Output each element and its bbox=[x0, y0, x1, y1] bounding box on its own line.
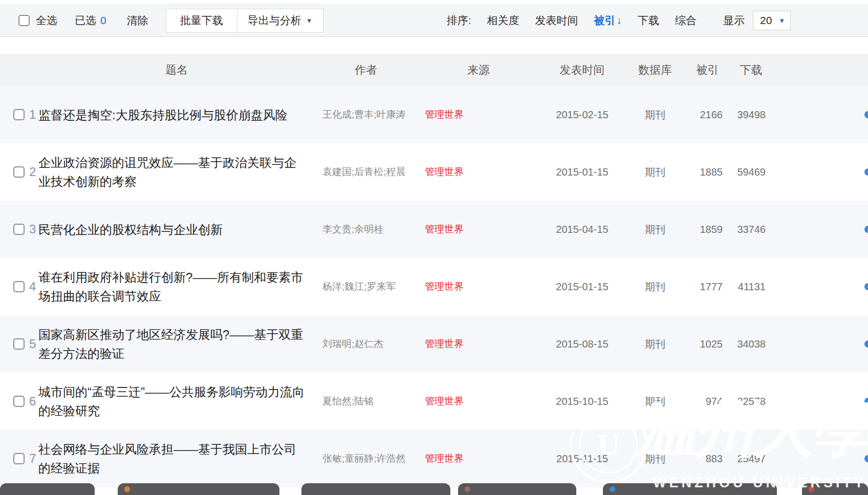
clear-selection-button[interactable]: 清除 bbox=[127, 13, 148, 28]
row-action-icon-fragment[interactable] bbox=[864, 398, 868, 405]
shelf-tab[interactable] bbox=[802, 483, 868, 495]
paper-database: 期刊 bbox=[624, 86, 686, 143]
shelf-tab[interactable] bbox=[603, 483, 777, 495]
paper-title-link[interactable]: 国家高新区推动了地区经济发展吗?——基于双重差分方法的验证 bbox=[38, 315, 315, 373]
paper-database: 期刊 bbox=[624, 143, 686, 201]
paper-source-link[interactable]: 管理世界 bbox=[417, 201, 540, 258]
row-checkbox[interactable] bbox=[13, 224, 25, 235]
paper-cited-count: 1859 bbox=[686, 201, 729, 258]
page-size-select[interactable]: 20 ▼ bbox=[753, 11, 791, 30]
row-index: 2 bbox=[29, 165, 36, 179]
paper-source-link[interactable]: 管理世界 bbox=[417, 315, 540, 373]
paper-title-link[interactable]: 城市间的“孟母三迁”——公共服务影响劳动力流向的经验研究 bbox=[38, 373, 315, 430]
shelf-tab[interactable] bbox=[118, 483, 279, 495]
paper-source-link[interactable]: 管理世界 bbox=[417, 258, 540, 315]
paper-authors-link[interactable]: 王化成;曹丰;叶康涛 bbox=[315, 86, 417, 143]
shelf-tab[interactable] bbox=[458, 483, 576, 495]
paper-authors-link[interactable]: 张敏;童丽静;许浩然 bbox=[315, 430, 417, 487]
results-toolbar: 全选 已选 0 清除 批量下载 导出与分析 ▼ 排序: 相关度 发表时间 被引 … bbox=[0, 4, 868, 37]
row-index: 1 bbox=[29, 107, 36, 122]
row-action-icon-fragment[interactable] bbox=[864, 455, 868, 462]
table-row: 3 民营化企业的股权结构与企业创新 李文贵;余明桂 管理世界 2015-04-1… bbox=[0, 201, 868, 258]
export-analyze-button[interactable]: 导出与分析 ▼ bbox=[237, 9, 323, 33]
sort-option-comprehensive[interactable]: 综合 bbox=[675, 13, 697, 28]
paper-database: 期刊 bbox=[624, 430, 686, 487]
row-checkbox[interactable] bbox=[13, 453, 25, 464]
row-action-icon-fragment[interactable] bbox=[864, 340, 868, 348]
sort-desc-arrow-icon: ↓ bbox=[617, 14, 622, 27]
paper-publish-date: 2015-01-15 bbox=[540, 258, 624, 315]
sort-option-publish-date[interactable]: 发表时间 bbox=[535, 13, 578, 28]
paper-title-link[interactable]: 民营化企业的股权结构与企业创新 bbox=[38, 201, 315, 258]
paper-database: 期刊 bbox=[624, 373, 686, 430]
favicon-dot-icon bbox=[610, 486, 615, 492]
paper-title-link[interactable]: 社会网络与企业风险承担——基于我国上市公司的经验证据 bbox=[38, 430, 315, 487]
row-index: 6 bbox=[29, 394, 36, 408]
paper-authors-link[interactable]: 刘瑞明;赵仁杰 bbox=[315, 315, 417, 373]
sort-option-relevance[interactable]: 相关度 bbox=[487, 13, 519, 28]
shelf-tab[interactable] bbox=[0, 483, 95, 495]
display-label: 显示 bbox=[723, 13, 745, 28]
sort-label: 排序: bbox=[447, 13, 471, 28]
column-header-title: 题名 bbox=[38, 62, 315, 78]
paper-download-count: 41131 bbox=[729, 258, 773, 315]
page-size-group: 显示 20 ▼ bbox=[723, 11, 791, 30]
select-all-checkbox[interactable] bbox=[18, 15, 30, 26]
toolbar-button-group: 批量下载 导出与分析 ▼ bbox=[166, 9, 323, 33]
paper-download-count: 33746 bbox=[729, 201, 773, 258]
paper-cited-count: 1025 bbox=[686, 315, 729, 373]
row-checkbox[interactable] bbox=[13, 338, 25, 350]
paper-authors-link[interactable]: 李文贵;余明桂 bbox=[315, 201, 417, 258]
paper-cited-count: 1777 bbox=[686, 258, 729, 315]
chevron-down-icon: ▼ bbox=[306, 17, 313, 25]
row-checkbox[interactable] bbox=[13, 166, 25, 178]
page-size-value: 20 bbox=[760, 14, 772, 27]
paper-title-link[interactable]: 企业政治资源的诅咒效应——基于政治关联与企业技术创新的考察 bbox=[38, 143, 315, 201]
paper-download-count: 25497 bbox=[729, 430, 773, 487]
paper-download-count: 59469 bbox=[729, 143, 773, 201]
paper-title-link[interactable]: 谁在利用政府补贴进行创新?——所有制和要素市场扭曲的联合调节效应 bbox=[38, 258, 315, 315]
row-action-icon-fragment[interactable] bbox=[864, 168, 868, 176]
favicon-dot-icon bbox=[465, 486, 470, 492]
paper-publish-date: 2015-11-15 bbox=[540, 430, 624, 487]
row-action-icon-fragment[interactable] bbox=[864, 283, 868, 290]
paper-source-link[interactable]: 管理世界 bbox=[417, 86, 540, 143]
paper-authors-link[interactable]: 夏怡然;陆铭 bbox=[315, 373, 417, 430]
row-checkbox[interactable] bbox=[13, 281, 25, 292]
select-all-label[interactable]: 全选 bbox=[36, 13, 57, 28]
column-header-database: 数据库 bbox=[624, 62, 686, 78]
results-table-header: 题名 作者 来源 发表时间 数据库 被引 下载 bbox=[0, 54, 868, 86]
paper-publish-date: 2015-08-15 bbox=[540, 315, 624, 373]
paper-database: 期刊 bbox=[624, 201, 686, 258]
paper-publish-date: 2015-10-15 bbox=[540, 373, 624, 430]
paper-database: 期刊 bbox=[624, 258, 686, 315]
batch-download-button[interactable]: 批量下载 bbox=[166, 9, 237, 33]
table-row: 6 城市间的“孟母三迁”——公共服务影响劳动力流向的经验研究 夏怡然;陆铭 管理… bbox=[0, 373, 868, 430]
shelf-tab[interactable] bbox=[301, 483, 450, 495]
row-action-icon-fragment[interactable] bbox=[864, 111, 868, 118]
paper-title-link[interactable]: 监督还是掏空:大股东持股比例与股价崩盘风险 bbox=[38, 86, 315, 143]
paper-download-count: 39498 bbox=[729, 86, 773, 143]
table-row: 4 谁在利用政府补贴进行创新?——所有制和要素市场扭曲的联合调节效应 杨洋;魏江… bbox=[0, 258, 868, 315]
paper-source-link[interactable]: 管理世界 bbox=[417, 373, 540, 430]
paper-cited-count: 1885 bbox=[686, 143, 729, 201]
paper-authors-link[interactable]: 杨洋;魏江;罗来军 bbox=[315, 258, 417, 315]
row-action-icon-fragment[interactable] bbox=[864, 226, 868, 233]
paper-source-link[interactable]: 管理世界 bbox=[417, 430, 540, 487]
paper-download-count: 34038 bbox=[729, 315, 773, 373]
sort-option-downloads[interactable]: 下载 bbox=[638, 13, 659, 28]
paper-source-link[interactable]: 管理世界 bbox=[417, 143, 540, 201]
column-header-downloads: 下载 bbox=[729, 62, 773, 78]
table-row: 7 社会网络与企业风险承担——基于我国上市公司的经验证据 张敏;童丽静;许浩然 … bbox=[0, 430, 868, 487]
sort-bar: 排序: 相关度 发表时间 被引 ↓ 下载 综合 bbox=[447, 13, 697, 28]
column-header-date: 发表时间 bbox=[540, 62, 624, 78]
paper-authors-link[interactable]: 袁建国;后青松;程晨 bbox=[315, 143, 417, 201]
table-row: 1 监督还是掏空:大股东持股比例与股价崩盘风险 王化成;曹丰;叶康涛 管理世界 … bbox=[0, 86, 868, 143]
row-checkbox[interactable] bbox=[13, 109, 25, 120]
row-checkbox[interactable] bbox=[13, 396, 25, 407]
row-index: 5 bbox=[29, 337, 36, 351]
column-header-authors: 作者 bbox=[315, 62, 417, 78]
sort-option-cited[interactable]: 被引 ↓ bbox=[594, 13, 622, 28]
results-table: 题名 作者 来源 发表时间 数据库 被引 下载 1 监督还是掏空:大股东持股比例… bbox=[0, 54, 868, 487]
table-row: 2 企业政治资源的诅咒效应——基于政治关联与企业技术创新的考察 袁建国;后青松;… bbox=[0, 143, 868, 201]
